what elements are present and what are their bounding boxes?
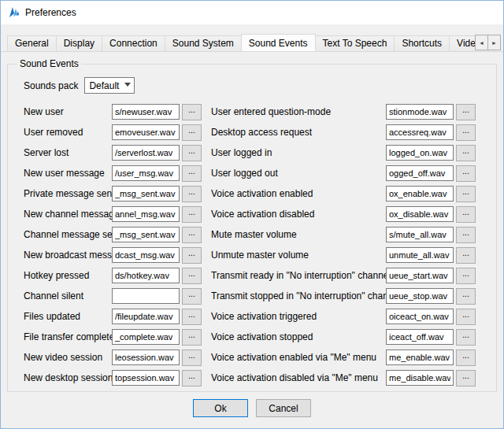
tab-shortcuts[interactable]: Shortcuts [394, 35, 450, 51]
browse-button[interactable]: ... [456, 104, 476, 120]
footer-buttons: Ok Cancel [7, 399, 497, 417]
tab-general[interactable]: General [7, 35, 57, 51]
ok-button[interactable]: Ok [193, 399, 248, 417]
browse-button[interactable]: ... [456, 124, 476, 141]
browse-button[interactable]: ... [182, 309, 202, 325]
sound-event-label: New user message [24, 168, 112, 179]
sound-file-input[interactable] [112, 104, 180, 120]
browse-button[interactable]: ... [456, 227, 476, 243]
sound-file-input[interactable] [386, 124, 454, 140]
browse-button[interactable]: ... [182, 288, 202, 305]
sound-file-input[interactable] [386, 165, 454, 181]
tab-sound-system[interactable]: Sound System [165, 35, 242, 51]
browse-button[interactable]: ... [456, 370, 476, 386]
tab-scroll-right-button[interactable]: ► [487, 35, 501, 50]
browse-button[interactable]: ... [456, 329, 476, 346]
browse-button[interactable]: ... [182, 370, 202, 386]
browse-button[interactable]: ... [182, 186, 202, 202]
sound-file-input[interactable] [112, 268, 180, 283]
sound-file-input[interactable] [386, 145, 454, 161]
tab-display[interactable]: Display [56, 35, 102, 51]
sound-event-label: New broadcast message [24, 250, 112, 261]
browse-button[interactable]: ... [182, 247, 202, 264]
sound-event-row: File transfer complete...Voice activatio… [24, 327, 487, 347]
sound-file-input[interactable] [386, 349, 454, 365]
sounds-pack-value: Default [89, 80, 119, 91]
browse-button[interactable]: ... [456, 309, 476, 325]
tab-bar: GeneralDisplayConnectionSound SystemSoun… [1, 34, 503, 52]
sound-event-label: Unmute master volume [211, 250, 386, 261]
title-bar: Preferences [1, 1, 503, 24]
browse-button[interactable]: ... [182, 349, 202, 366]
browse-button[interactable]: ... [182, 329, 202, 346]
browse-button[interactable]: ... [456, 268, 476, 284]
sound-event-label: Transmit ready in "No interruption" chan… [211, 270, 386, 281]
sound-event-label: Voice activation disabled [211, 209, 386, 220]
sound-file-input[interactable] [112, 309, 180, 324]
sound-file-input[interactable] [112, 329, 180, 345]
sound-event-row: Files updated...Voice activation trigger… [24, 306, 487, 327]
sound-file-input[interactable] [386, 370, 454, 386]
sound-file-input[interactable] [386, 309, 454, 324]
sound-file-input[interactable] [112, 186, 180, 202]
sound-file-input[interactable] [112, 227, 180, 242]
tab-connection[interactable]: Connection [102, 35, 165, 51]
sound-event-label: Voice activation disabled via "Me" menu [211, 372, 386, 383]
sound-file-input[interactable] [112, 370, 180, 386]
browse-button[interactable]: ... [182, 165, 202, 182]
browse-button[interactable]: ... [456, 165, 476, 182]
sound-file-input[interactable] [112, 288, 180, 304]
browse-button[interactable]: ... [456, 206, 476, 223]
sound-event-rows: New user...User entered question-mode...… [24, 102, 487, 388]
browse-button[interactable]: ... [456, 186, 476, 202]
browse-button[interactable]: ... [456, 145, 476, 161]
browse-button[interactable]: ... [182, 268, 202, 284]
sound-file-input[interactable] [112, 247, 180, 263]
sound-event-row: New video session...Voice activation ena… [24, 347, 487, 368]
browse-button[interactable]: ... [182, 104, 202, 120]
sound-event-label: File transfer complete [24, 331, 112, 342]
tab-text-to-speech[interactable]: Text To Speech [315, 35, 395, 51]
sound-event-label: Channel silent [24, 290, 112, 301]
sound-file-input[interactable] [386, 206, 454, 222]
chevron-down-icon [124, 83, 131, 87]
browse-button[interactable]: ... [182, 124, 202, 141]
sound-event-label: User logged in [211, 147, 386, 158]
sound-file-input[interactable] [386, 268, 454, 283]
browse-button[interactable]: ... [456, 288, 476, 305]
sound-file-input[interactable] [386, 247, 454, 263]
sound-event-row: Server lost...User logged in... [24, 142, 487, 163]
tab-scroll-left-button[interactable]: ◄ [475, 35, 488, 50]
browse-button[interactable]: ... [456, 349, 476, 366]
sounds-pack-row: Sounds pack Default [24, 77, 487, 94]
sound-event-label: Voice activation enabled via "Me" menu [211, 352, 386, 363]
sound-file-input[interactable] [112, 145, 180, 161]
browse-button[interactable]: ... [182, 227, 202, 243]
sound-file-input[interactable] [112, 349, 180, 365]
browse-button[interactable]: ... [456, 247, 476, 264]
tab-scroll: ◄ ► [475, 35, 501, 50]
sound-event-row: New user...User entered question-mode... [24, 102, 487, 122]
sound-events-panel: Sound Events Sounds pack Default New use… [1, 52, 503, 423]
window-title: Preferences [25, 7, 76, 18]
groupbox-title: Sound Events [17, 58, 81, 69]
sounds-pack-label: Sounds pack [24, 80, 78, 91]
sound-file-input[interactable] [386, 288, 454, 304]
preferences-dialog: Preferences GeneralDisplayConnectionSoun… [0, 0, 504, 429]
sounds-pack-select[interactable]: Default [84, 77, 135, 94]
sound-event-row: Channel message sent...Mute master volum… [24, 224, 487, 245]
cancel-button[interactable]: Cancel [256, 399, 311, 417]
sound-file-input[interactable] [112, 124, 180, 140]
sound-file-input[interactable] [386, 104, 454, 120]
sound-event-label: New desktop session [24, 372, 112, 383]
browse-button[interactable]: ... [182, 206, 202, 223]
sound-event-row: Hotkey pressed...Transmit ready in "No i… [24, 265, 487, 286]
browse-button[interactable]: ... [182, 145, 202, 161]
sound-file-input[interactable] [386, 329, 454, 345]
sound-file-input[interactable] [386, 227, 454, 242]
sound-file-input[interactable] [112, 206, 180, 222]
sound-file-input[interactable] [386, 186, 454, 202]
sound-file-input[interactable] [112, 165, 180, 181]
tab-sound-events[interactable]: Sound Events [241, 34, 316, 52]
tab-control: GeneralDisplayConnectionSound SystemSoun… [1, 34, 503, 52]
